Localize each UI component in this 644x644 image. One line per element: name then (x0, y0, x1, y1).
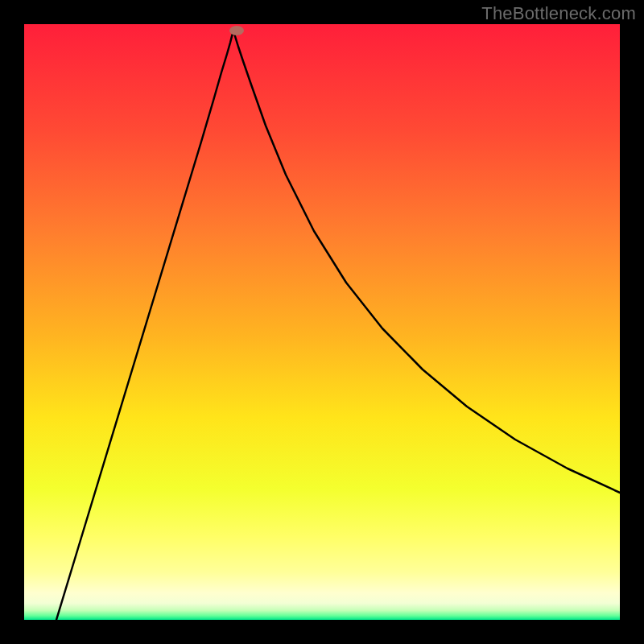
minimum-marker (229, 26, 244, 35)
chart-svg (24, 24, 620, 620)
chart-plot-area (24, 24, 620, 620)
chart-frame: TheBottleneck.com (0, 0, 644, 644)
gradient-background (24, 24, 620, 620)
watermark-text: TheBottleneck.com (481, 3, 636, 24)
